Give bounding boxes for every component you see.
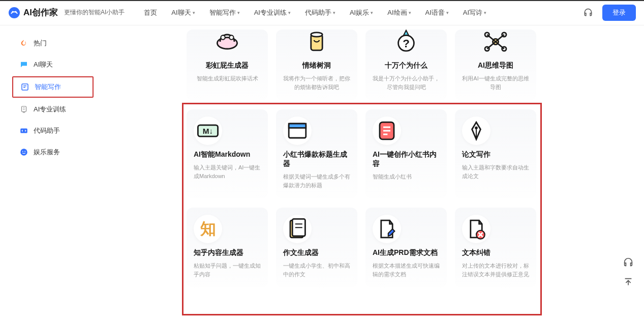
card-desc: 根据文本描述生成可快速编辑的需求文档 [373, 262, 440, 278]
header-right: 登录 [583, 5, 636, 21]
nav-item-entertain[interactable]: AI娱乐▾ [350, 8, 373, 17]
markdown-icon: M↓ [194, 117, 222, 145]
cloud-icon [213, 30, 241, 56]
nav-item-write[interactable]: 智能写作▾ [209, 8, 240, 17]
main-content: 热门 AI聊天 智能写作 AI专业训练 代码助手 娱乐服务 [0, 25, 644, 318]
sidebar-item-chat[interactable]: AI聊天 [12, 55, 94, 74]
chat-icon [19, 60, 28, 69]
svg-text:M↓: M↓ [203, 127, 213, 135]
card-title: 文本纠错 [462, 248, 490, 257]
chevron-down-icon: ▾ [371, 10, 373, 15]
window-icon [283, 117, 312, 145]
chevron-down-icon: ▾ [333, 10, 335, 15]
card-markdown[interactable]: M↓ AI智能Markdown 输入主题关键词，AI一键生成Markdown [187, 109, 268, 198]
svg-rect-24 [289, 124, 306, 128]
card-title: AI一键创作小红书内容 [373, 150, 440, 168]
card-xhs-content[interactable]: AI一键创作小红书内容 智能生成小红书 [365, 109, 447, 198]
brand-logo[interactable]: AI创作家 [8, 7, 58, 19]
card-desc: 输入主题关键词，AI一键生成Markdown [194, 163, 261, 180]
headset-float-icon[interactable] [623, 257, 634, 268]
svg-rect-5 [20, 129, 27, 133]
sidebar-item-write[interactable]: 智能写作 [12, 76, 94, 98]
svg-point-2 [15, 11, 17, 12]
chevron-down-icon: ▾ [446, 10, 449, 15]
sidebar-item-label: 热门 [34, 39, 47, 48]
card-desc: 对上传的文本进行校对，标注错误文本并提供修正意见 [462, 262, 529, 278]
pen-icon [462, 117, 490, 145]
chevron-down-icon: ▾ [288, 10, 291, 15]
headset-icon[interactable] [583, 8, 593, 18]
card-title: 知乎内容生成器 [194, 248, 243, 257]
card-prd[interactable]: AI生成PRD需求文档 根据文本描述生成可快速编辑的需求文档 [365, 208, 447, 287]
file-edit-icon [373, 215, 401, 243]
svg-point-8 [24, 151, 25, 152]
card-zhihu[interactable]: 知 知乎内容生成器 粘贴知乎问题，一键生成知乎内容 [187, 208, 268, 287]
card-desc: 粘贴知乎问题，一键生成知乎内容 [194, 262, 261, 278]
nav-item-home[interactable]: 首页 [144, 8, 157, 17]
brand-logo-icon [8, 7, 20, 19]
svg-point-7 [22, 151, 23, 152]
sidebar-item-fun[interactable]: 娱乐服务 [12, 142, 94, 162]
nav-item-chat[interactable]: AI聊天▾ [171, 8, 195, 17]
cup-icon [302, 30, 331, 56]
cards-area: 彩虹屁生成器 智能生成彩虹屁吹捧话术 情绪树洞 我将作为一个倾听者，把你的烦恼都… [109, 30, 644, 318]
mindmap-icon [481, 30, 510, 56]
brand-subtitle: 更懂你的智能AI小助手 [64, 8, 125, 17]
card-row-top: 彩虹屁生成器 智能生成彩虹屁吹捧话术 情绪树洞 我将作为一个倾听者，把你的烦恼都… [187, 30, 635, 100]
card-desc: 利用AI一键生成完整的思维导图 [462, 74, 529, 91]
svg-point-26 [475, 127, 478, 130]
card-emotion[interactable]: 情绪树洞 我将作为一个倾听者，把你的烦恼都告诉我吧 [276, 30, 357, 100]
card-title: 论文写作 [462, 150, 490, 159]
chevron-down-icon: ▾ [484, 10, 486, 15]
back-to-top-icon[interactable] [623, 276, 634, 287]
sidebar-item-code[interactable]: 代码助手 [12, 121, 94, 140]
write-icon [20, 82, 29, 92]
card-title: 十万个为什么 [385, 61, 427, 70]
card-thesis[interactable]: 论文写作 输入主题和字数要求自动生成论文 [455, 109, 536, 198]
card-xhs-title[interactable]: 小红书爆款标题生成器 根据关键词一键生成多个有爆款潜力的标题 [276, 109, 357, 198]
nav-item-train[interactable]: AI专业训练▾ [254, 8, 291, 17]
nav-item-draw[interactable]: AI绘画▾ [387, 8, 411, 17]
svg-text:?: ? [403, 37, 410, 50]
card-mindmap[interactable]: AI思维导图 利用AI一键生成完整的思维导图 [455, 30, 536, 100]
question-icon: ? [392, 30, 420, 56]
chevron-down-icon: ▾ [193, 10, 195, 15]
float-actions [623, 257, 634, 287]
nav-item-voice[interactable]: AI语音▾ [425, 8, 449, 17]
card-title: 作文生成器 [283, 248, 319, 257]
nav-item-poem[interactable]: AI写诗▾ [463, 8, 486, 17]
svg-rect-4 [22, 106, 26, 112]
app-header: AI创作家 更懂你的智能AI小助手 首页 AI聊天▾ 智能写作▾ AI专业训练▾… [0, 0, 644, 25]
chevron-down-icon: ▾ [409, 10, 411, 15]
svg-text:知: 知 [200, 220, 216, 238]
flame-icon [19, 39, 28, 48]
sidebar-item-label: 娱乐服务 [34, 148, 60, 157]
sidebar-item-label: 代码助手 [34, 126, 60, 135]
smile-icon [19, 148, 28, 157]
sidebar-item-label: 智能写作 [35, 82, 61, 92]
svg-point-1 [12, 11, 14, 12]
card-rainbow[interactable]: 彩虹屁生成器 智能生成彩虹屁吹捧话术 [187, 30, 268, 100]
card-essay[interactable]: 作文生成器 一键生成小学生、初中和高中的作文 [276, 208, 357, 287]
card-correct[interactable]: 文本纠错 对上传的文本进行校对，标注错误文本并提供修正意见 [455, 208, 536, 287]
top-nav: 首页 AI聊天▾ 智能写作▾ AI专业训练▾ 代码助手▾ AI娱乐▾ AI绘画▾… [144, 8, 486, 17]
svg-point-0 [9, 7, 20, 18]
card-title: AI思维导图 [478, 61, 513, 70]
login-button[interactable]: 登录 [602, 5, 636, 21]
card-row-mid: M↓ AI智能Markdown 输入主题关键词，AI一键生成Markdown 小… [187, 109, 635, 198]
card-row-bot: 知 知乎内容生成器 粘贴知乎问题，一键生成知乎内容 作文生成器 一键生成小学生、… [187, 208, 635, 287]
svg-point-10 [221, 35, 225, 39]
sidebar-item-train[interactable]: AI专业训练 [12, 100, 94, 119]
card-why[interactable]: ? 十万个为什么 我是十万个为什么小助手，尽管向我提问吧 [365, 30, 447, 100]
chevron-down-icon: ▾ [237, 10, 240, 15]
sidebar-item-hot[interactable]: 热门 [12, 34, 94, 53]
card-desc: 我是十万个为什么小助手，尽管向我提问吧 [373, 74, 440, 91]
nav-item-code[interactable]: 代码助手▾ [305, 8, 335, 17]
sidebar-item-label: AI聊天 [34, 60, 53, 69]
sidebar-item-label: AI专业训练 [34, 105, 66, 114]
card-title: 情绪树洞 [302, 61, 331, 70]
file-error-icon [462, 215, 490, 243]
svg-point-11 [229, 35, 233, 39]
doc-icon [283, 215, 312, 243]
card-desc: 智能生成小红书 [373, 172, 412, 181]
